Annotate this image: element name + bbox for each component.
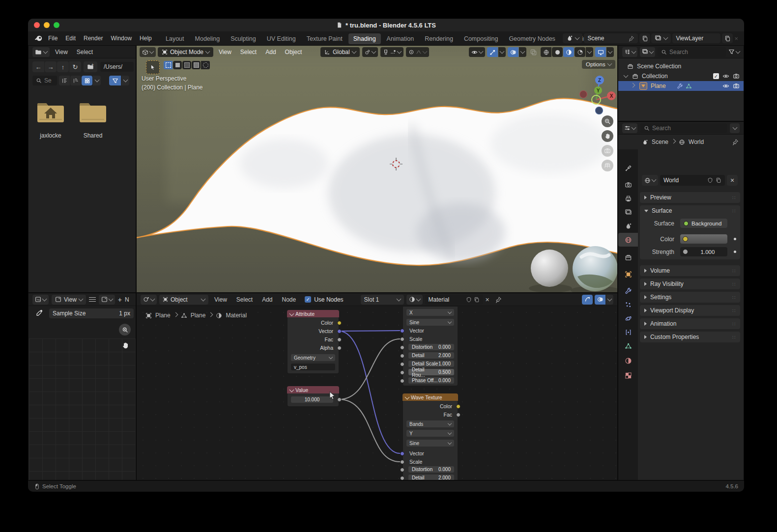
image-datablock-dropdown[interactable]	[99, 295, 115, 305]
attribute-name-field[interactable]: v_pos	[291, 364, 335, 370]
panel-grip-icon[interactable]: ∷	[732, 308, 736, 313]
shading-rendered-button[interactable]	[575, 47, 585, 57]
xray-toggle-icon[interactable]	[530, 49, 537, 56]
viewport-camera-button[interactable]	[602, 145, 613, 157]
wave-top-profile-dropdown[interactable]: Sine	[406, 319, 454, 326]
panel-grip-icon[interactable]: ∷	[732, 321, 736, 327]
fake-user-shield-icon[interactable]	[466, 297, 472, 303]
wave-top-detail-field[interactable]: Detail 2.000	[408, 352, 454, 359]
socket-wave-top-detail-scale[interactable]	[400, 362, 404, 366]
copy-icon[interactable]	[716, 177, 721, 183]
socket-wave-top-phase[interactable]	[400, 379, 404, 383]
wave-texture-node-top[interactable]: X Sine Vector Scale Distortion 0.	[403, 306, 458, 386]
shading-solid-button[interactable]	[552, 47, 563, 57]
select-mode-invert-button[interactable]	[192, 61, 201, 69]
workspace-tab-shading[interactable]: Shading	[348, 33, 381, 44]
nav-up-button[interactable]: ↑	[57, 61, 69, 72]
shader-overlays-toggle[interactable]	[595, 295, 605, 305]
outliner-filter-dropdown[interactable]	[728, 49, 740, 55]
select-mode-set-button[interactable]	[164, 61, 173, 69]
display-vertical-list-button[interactable]	[59, 76, 70, 85]
shader-editor[interactable]: Object View Select Add Node ✓ Use Nodes …	[136, 293, 618, 480]
path-field[interactable]: /Users/	[100, 62, 134, 72]
shader-type-dropdown[interactable]: Object	[159, 295, 208, 305]
image-editor-view-menu[interactable]: View	[52, 295, 86, 305]
image-pan-hand-icon[interactable]	[121, 341, 129, 349]
properties-editor-type-dropdown[interactable]	[622, 123, 637, 133]
attribute-type-dropdown[interactable]: Geometry	[291, 354, 335, 361]
sample-size-field[interactable]: Sample Size 1 px	[49, 308, 134, 318]
socket-color-output[interactable]	[337, 321, 342, 325]
filebrowser-menu-select[interactable]: Select	[73, 49, 96, 56]
use-nodes-checkbox[interactable]: ✓ Use Nodes	[305, 296, 343, 303]
menu-window[interactable]: Window	[107, 35, 135, 42]
gizmos-dropdown[interactable]	[498, 47, 506, 57]
socket-wave-bottom-detail[interactable]	[400, 476, 404, 480]
wave-texture-node-bottom[interactable]: Wave Texture Color Fac Bands Y Sine	[403, 393, 458, 480]
new-viewlayer-button[interactable]	[722, 33, 733, 43]
shader-menu-select[interactable]: Select	[233, 296, 256, 303]
socket-alpha-output[interactable]	[337, 346, 342, 350]
hamburger-menu-icon[interactable]	[89, 296, 96, 303]
compositor-dropdown[interactable]	[606, 47, 614, 57]
panel-grip-icon[interactable]: ∷	[732, 208, 736, 214]
scene-selector[interactable]: Scene	[584, 33, 638, 43]
copy-icon[interactable]	[474, 297, 480, 303]
material-datablock-dropdown[interactable]	[406, 295, 423, 305]
wave-top-detail-roughness-field[interactable]: Detail Rou... 0.500	[408, 369, 454, 375]
wave-top-detail-scale-field[interactable]: Detail Scale 1.000	[408, 361, 454, 367]
active-tool-select-box[interactable]	[146, 60, 160, 74]
select-mode-intersect-button[interactable]	[201, 61, 210, 69]
nav-refresh-button[interactable]: ↻	[69, 61, 81, 72]
tab-material[interactable]	[618, 354, 638, 367]
viewport-menu-object[interactable]: Object	[282, 49, 306, 56]
tab-scene[interactable]	[618, 219, 638, 233]
wave-bottom-axis-dropdown[interactable]: Y	[406, 430, 454, 437]
tab-collection[interactable]	[618, 251, 638, 264]
shading-wireframe-button[interactable]	[541, 47, 551, 57]
wave-bottom-distortion-field[interactable]: Distortion 0.000	[408, 466, 454, 473]
wave-bottom-detail-field[interactable]: Detail 2.000	[408, 475, 454, 480]
socket-value-output[interactable]	[337, 397, 342, 402]
panel-ray-visibility[interactable]: Ray Visibility ∷	[640, 279, 740, 289]
strength-animate-dot[interactable]	[734, 251, 736, 253]
snapping-dropdown[interactable]	[380, 47, 403, 57]
panel-grip-icon[interactable]: ∷	[732, 268, 736, 274]
outliner-display-mode-dropdown[interactable]	[640, 47, 655, 57]
shading-material-button[interactable]	[563, 47, 574, 57]
panel-custom-properties[interactable]: Custom Properties ∷	[640, 332, 740, 342]
gizmos-toggle[interactable]	[487, 47, 498, 57]
panel-grip-icon[interactable]: ∷	[732, 281, 736, 287]
socket-vector-output[interactable]	[337, 329, 342, 334]
display-horizontal-list-button[interactable]	[70, 76, 81, 85]
world-datablock-dropdown[interactable]	[642, 175, 658, 186]
viewport-editor-type-dropdown[interactable]	[140, 47, 156, 57]
expand-chevron-icon[interactable]	[624, 73, 629, 78]
nav-forward-button[interactable]: →	[45, 61, 57, 72]
disable-render-camera-icon[interactable]	[733, 73, 740, 80]
outliner-editor-type-dropdown[interactable]	[622, 47, 637, 57]
slot-dropdown[interactable]: Slot 1	[361, 295, 404, 305]
workspace-tab-geometry-nodes[interactable]: Geometry Nodes	[504, 33, 560, 44]
wave-top-axis-dropdown[interactable]: X	[406, 309, 454, 316]
panel-grip-icon[interactable]: ∷	[732, 195, 736, 200]
disable-render-camera-icon[interactable]	[733, 83, 740, 89]
new-scene-button[interactable]	[639, 33, 650, 43]
panel-volume[interactable]: Volume ∷	[640, 265, 740, 276]
attribute-node[interactable]: Attribute Color Vector Fac Alpha Geometr…	[287, 310, 339, 374]
image-canvas-grid[interactable]	[29, 338, 136, 480]
tab-particles[interactable]	[618, 298, 638, 311]
socket-wave-top-detail[interactable]	[400, 354, 404, 358]
menu-render[interactable]: Render	[80, 35, 106, 42]
world-name-field[interactable]: World	[660, 175, 725, 186]
strength-field[interactable]: 1.000	[680, 247, 727, 256]
shader-snapping-toggle[interactable]	[582, 295, 593, 305]
filebrowser-editor-type-dropdown[interactable]	[32, 47, 50, 57]
wave-bottom-type-dropdown[interactable]: Bands	[406, 420, 454, 427]
panel-grip-icon[interactable]: ∷	[732, 335, 736, 340]
mode-dropdown[interactable]: Object Mode	[158, 47, 213, 57]
socket-wave-bottom-fac[interactable]	[456, 413, 460, 417]
image-editor-type-dropdown[interactable]	[32, 295, 49, 305]
hide-eye-icon[interactable]	[722, 73, 729, 80]
material-name-field[interactable]: Material	[425, 295, 483, 305]
